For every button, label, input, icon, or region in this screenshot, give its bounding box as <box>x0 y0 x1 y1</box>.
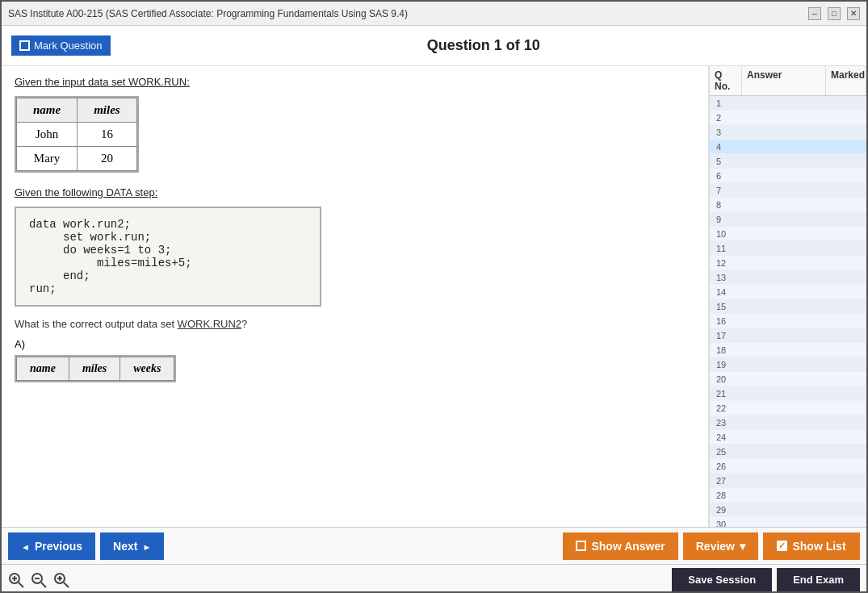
bottom-navigation: Previous Next Show Answer Review ▾ Show … <box>2 527 866 564</box>
review-label: Review <box>696 540 735 553</box>
zoom-reset-button[interactable] <box>31 572 47 588</box>
minimize-button[interactable]: – <box>808 7 821 20</box>
question-panel: Given the input data set WORK.RUN: name … <box>2 66 709 527</box>
end-exam-button[interactable]: End Exam <box>777 568 860 592</box>
question-list-item[interactable]: 21 <box>710 386 866 401</box>
zoom-reset-icon <box>31 572 47 588</box>
question-list-item[interactable]: 19 <box>710 357 866 372</box>
question-list-item[interactable]: 28 <box>710 488 866 503</box>
question-list-item[interactable]: 12 <box>710 256 866 270</box>
q-number: 2 <box>710 113 742 123</box>
previous-button[interactable]: Previous <box>8 532 95 560</box>
question-list-item[interactable]: 14 <box>710 285 866 299</box>
q-number: 11 <box>710 244 742 253</box>
q-number: 25 <box>710 447 742 457</box>
question-list-item[interactable]: 8 <box>710 198 866 212</box>
question-list-item[interactable]: 26 <box>710 459 866 474</box>
q-number: 20 <box>710 374 742 384</box>
q-number: 10 <box>710 229 742 239</box>
mark-question-button[interactable]: Mark Question <box>11 35 111 56</box>
question-list-item[interactable]: 6 <box>710 169 866 183</box>
q-number: 17 <box>710 331 742 340</box>
code-line-1: data work.run2; <box>29 218 307 231</box>
header-row: Mark Question Question 1 of 10 <box>2 26 866 66</box>
svg-line-1 <box>19 583 23 587</box>
question-list-item[interactable]: 29 <box>710 503 866 517</box>
q-number: 26 <box>710 461 742 471</box>
question-list-item[interactable]: 30 <box>710 517 866 527</box>
end-exam-label: End Exam <box>793 574 844 586</box>
code-line-5: end; <box>29 269 307 282</box>
question-list-item[interactable]: 20 <box>710 372 866 386</box>
prev-arrow-icon <box>21 540 30 553</box>
question-list-item[interactable]: 23 <box>710 416 866 430</box>
q-number: 19 <box>710 360 742 370</box>
q-number: 6 <box>710 171 742 181</box>
answer-col-name: name <box>17 357 69 381</box>
question-list-item[interactable]: 5 <box>710 154 866 169</box>
show-answer-checkbox-icon <box>576 541 586 551</box>
q-number: 9 <box>710 215 742 224</box>
q-number: 14 <box>710 287 742 297</box>
show-answer-button[interactable]: Show Answer <box>563 532 677 560</box>
col-header-miles: miles <box>78 98 137 123</box>
next-button[interactable]: Next <box>100 532 164 560</box>
mark-checkbox-icon <box>19 40 30 51</box>
col-header-answer: Answer <box>742 66 826 95</box>
svg-line-8 <box>64 583 69 587</box>
question-list-item[interactable]: 27 <box>710 474 866 488</box>
cell-name-2: Mary <box>17 147 78 171</box>
question-list-item[interactable]: 24 <box>710 430 866 445</box>
show-answer-label: Show Answer <box>591 540 665 553</box>
app-container: Mark Question Question 1 of 10 Given the… <box>2 26 866 593</box>
intro-text: Given the input data set WORK.RUN: <box>15 76 695 88</box>
q-number: 16 <box>710 316 742 326</box>
q-number: 13 <box>710 273 742 282</box>
zoom-out-button[interactable]: − <box>53 572 69 588</box>
review-chevron-icon: ▾ <box>740 540 745 553</box>
review-button[interactable]: Review ▾ <box>683 532 758 560</box>
question-list-item[interactable]: 17 <box>710 328 866 343</box>
code-line-3: do weeks=1 to 3; <box>29 244 307 257</box>
question-list-header: Q No. Answer Marked <box>710 66 866 96</box>
restore-button[interactable]: □ <box>828 7 841 20</box>
q-number: 27 <box>710 476 742 486</box>
question-list-item[interactable]: 16 <box>710 314 866 328</box>
q-number: 7 <box>710 186 742 195</box>
question-list-item[interactable]: 18 <box>710 343 866 357</box>
save-session-button[interactable]: Save Session <box>672 568 772 592</box>
q-number: 30 <box>710 520 742 528</box>
question-list-item[interactable]: 3 <box>710 125 866 140</box>
q-number: 5 <box>710 157 742 166</box>
question-list-item[interactable]: 4 <box>710 140 866 154</box>
question-list-item[interactable]: 2 <box>710 111 866 125</box>
question-list-item[interactable]: 11 <box>710 241 866 256</box>
question-list-item[interactable]: 22 <box>710 401 866 416</box>
data-table-container: name miles John 16 Mary 20 <box>15 96 139 173</box>
q-number: 1 <box>710 98 742 108</box>
q-number: 29 <box>710 505 742 515</box>
question-list-item[interactable]: 25 <box>710 445 866 459</box>
zoom-in-button[interactable] <box>8 572 24 588</box>
cell-miles-2: 20 <box>78 147 137 171</box>
show-list-button[interactable]: Show List <box>763 532 860 560</box>
q-number: 18 <box>710 345 742 355</box>
show-list-label: Show List <box>792 540 845 553</box>
col-header-marked: Marked <box>826 66 866 95</box>
q-number: 3 <box>710 127 742 137</box>
question-list-item[interactable]: 9 <box>710 212 866 227</box>
answer-table-container: name miles weeks <box>15 355 176 382</box>
question-list-item[interactable]: 15 <box>710 299 866 314</box>
mark-question-label: Mark Question <box>34 40 103 52</box>
close-button[interactable]: ✕ <box>847 7 860 20</box>
q-number: 12 <box>710 258 742 268</box>
question-list-item[interactable]: 1 <box>710 96 866 111</box>
answer-table: name miles weeks <box>16 357 174 381</box>
q-number: 21 <box>710 389 742 399</box>
title-bar: SAS Institute A00-215 (SAS Certified Ass… <box>2 2 866 26</box>
question-list-item[interactable]: 13 <box>710 270 866 285</box>
question-list-item[interactable]: 7 <box>710 183 866 198</box>
question-list-body[interactable]: 1 2 3 4 5 6 7 8 <box>710 96 866 527</box>
question-list-item[interactable]: 10 <box>710 227 866 241</box>
data-step-intro: Given the following DATA step: <box>15 186 695 198</box>
